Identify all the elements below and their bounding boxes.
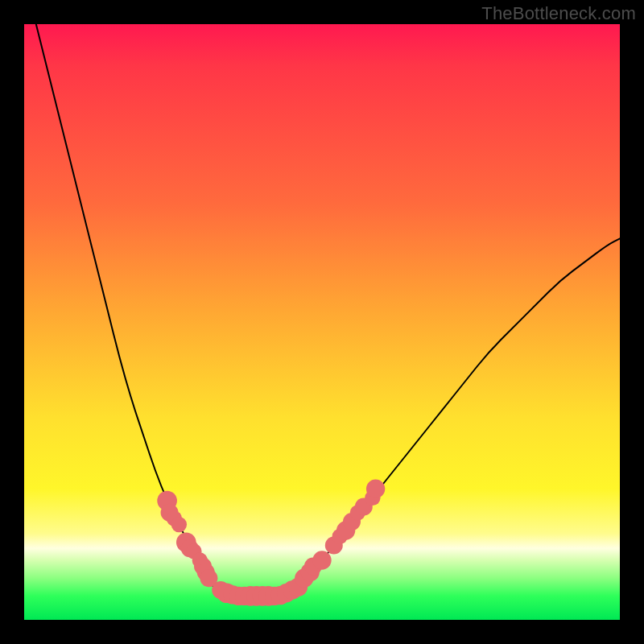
highlight-dot — [312, 551, 331, 569]
highlight-dot — [171, 517, 187, 532]
plot-area — [24, 24, 620, 620]
watermark-text: TheBottleneck.com — [481, 3, 636, 24]
chart-frame: TheBottleneck.com — [0, 0, 644, 644]
highlight-dot — [366, 480, 385, 498]
bottleneck-curve — [36, 24, 620, 596]
curve-path — [36, 24, 620, 596]
chart-svg — [24, 24, 620, 620]
highlight-dots — [157, 480, 385, 606]
